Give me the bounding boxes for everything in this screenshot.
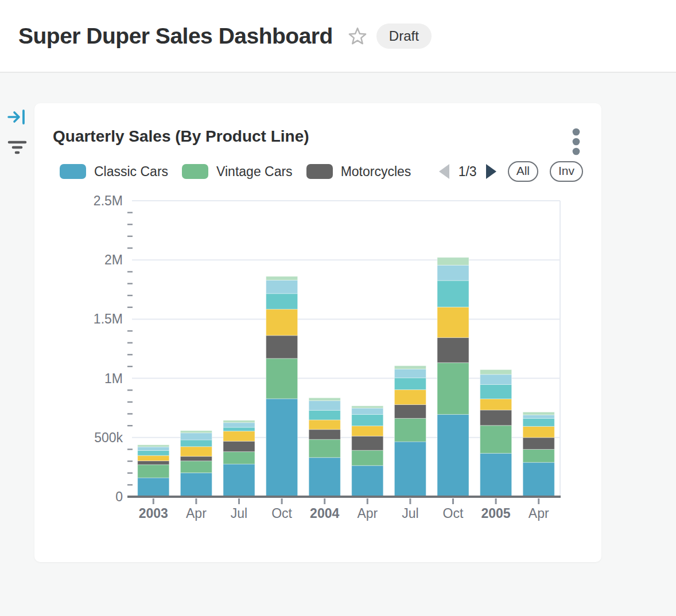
bar-segment-series6[interactable] xyxy=(180,433,212,440)
bar-segment-series5[interactable] xyxy=(266,294,298,309)
bar-segment-series4[interactable] xyxy=(223,431,255,442)
bar-segment-series5[interactable] xyxy=(223,427,255,431)
legend-swatch-vintage-cars xyxy=(182,164,208,179)
legend-prev-page-button[interactable] xyxy=(439,164,449,179)
bar-segment-classic-cars[interactable] xyxy=(480,453,512,497)
bar-segment-series7[interactable] xyxy=(180,431,212,433)
bar-segment-series4[interactable] xyxy=(138,455,169,461)
bar-segment-series6[interactable] xyxy=(394,369,426,378)
bar-segment-classic-cars[interactable] xyxy=(180,473,212,497)
kebab-vertical-icon xyxy=(572,128,581,157)
legend-item-motorcycles[interactable]: Motorcycles xyxy=(306,164,411,180)
bar-segment-series7[interactable] xyxy=(138,445,169,447)
bar-segment-series4[interactable] xyxy=(523,426,554,437)
bar-segment-motorcycles[interactable] xyxy=(480,410,512,426)
legend-item-vintage-cars[interactable]: Vintage Cars xyxy=(182,164,293,180)
bar-segment-series5[interactable] xyxy=(180,440,212,447)
bar-segment-vintage-cars[interactable] xyxy=(309,439,340,458)
bar-segment-series6[interactable] xyxy=(437,265,469,280)
bar-segment-series4[interactable] xyxy=(394,389,426,404)
bar-segment-series7[interactable] xyxy=(523,412,554,415)
x-axis-category-label: 2003 xyxy=(139,506,168,521)
y-axis-tick-label: 2.5M xyxy=(94,193,123,208)
bar-segment-series4[interactable] xyxy=(180,447,212,457)
bar-segment-series6[interactable] xyxy=(138,447,169,450)
bar-segment-motorcycles[interactable] xyxy=(437,338,469,363)
bar-segment-motorcycles[interactable] xyxy=(352,436,383,450)
y-axis-tick-label: 1M xyxy=(104,371,123,386)
bar-segment-vintage-cars[interactable] xyxy=(266,358,298,399)
quarterly-sales-chart: 0500k1M1.5M2M2.5M2003AprJulOct2004AprJul… xyxy=(53,189,583,545)
arrow-to-bar-icon xyxy=(7,109,26,125)
bar-segment-vintage-cars[interactable] xyxy=(437,362,469,414)
bar-segment-motorcycles[interactable] xyxy=(523,438,554,450)
bar-segment-series4[interactable] xyxy=(352,426,383,436)
bar-segment-classic-cars[interactable] xyxy=(309,458,340,497)
bar-segment-classic-cars[interactable] xyxy=(223,464,255,497)
filter-button[interactable] xyxy=(6,139,28,158)
filter-lines-icon xyxy=(6,139,28,156)
bar-segment-classic-cars[interactable] xyxy=(437,415,469,497)
bar-segment-classic-cars[interactable] xyxy=(523,462,554,497)
legend-row: Classic Cars Vintage Cars Motorcycles 1/… xyxy=(60,161,583,182)
bar-segment-series7[interactable] xyxy=(437,258,469,265)
legend-label: Vintage Cars xyxy=(216,164,293,180)
bar-segment-series6[interactable] xyxy=(480,375,512,385)
bar-segment-series7[interactable] xyxy=(480,370,512,375)
bar-segment-classic-cars[interactable] xyxy=(352,466,383,497)
bar-segment-series5[interactable] xyxy=(352,415,383,426)
status-badge: Draft xyxy=(376,24,432,49)
bar-segment-motorcycles[interactable] xyxy=(223,441,255,451)
bar-segment-series5[interactable] xyxy=(480,384,512,399)
bar-segment-classic-cars[interactable] xyxy=(138,478,169,497)
bar-segment-series5[interactable] xyxy=(138,451,169,456)
bar-segment-vintage-cars[interactable] xyxy=(480,426,512,454)
bar-segment-series5[interactable] xyxy=(523,418,554,426)
bar-segment-vintage-cars[interactable] xyxy=(394,418,426,442)
bar-segment-series5[interactable] xyxy=(394,378,426,390)
bar-segment-series7[interactable] xyxy=(266,276,298,280)
legend-item-classic-cars[interactable]: Classic Cars xyxy=(60,164,168,180)
x-axis-category-label: 2004 xyxy=(310,506,339,521)
invert-selection-button[interactable]: Inv xyxy=(550,161,583,182)
page-title: Super Duper Sales Dashboard xyxy=(18,24,333,49)
favorite-star-button[interactable] xyxy=(348,26,367,46)
bar-segment-series4[interactable] xyxy=(437,307,469,337)
bar-segment-motorcycles[interactable] xyxy=(266,336,298,358)
bar-segment-series6[interactable] xyxy=(266,280,298,293)
bar-segment-motorcycles[interactable] xyxy=(309,430,340,439)
y-axis-tick-label: 500k xyxy=(94,430,123,445)
bar-segment-series5[interactable] xyxy=(437,280,469,307)
legend-page-indicator: 1/3 xyxy=(459,164,477,180)
bar-segment-series6[interactable] xyxy=(309,401,340,411)
bar-segment-series7[interactable] xyxy=(309,398,340,401)
bar-segment-series7[interactable] xyxy=(352,406,383,408)
bar-segment-series4[interactable] xyxy=(309,420,340,430)
bar-segment-series7[interactable] xyxy=(394,366,426,369)
expand-panel-button[interactable] xyxy=(7,109,26,127)
legend-controls: 1/3 All Inv xyxy=(439,161,583,182)
card-menu-button[interactable] xyxy=(567,126,585,158)
bar-segment-series6[interactable] xyxy=(352,408,383,415)
bar-segment-motorcycles[interactable] xyxy=(180,457,212,461)
bar-segment-series4[interactable] xyxy=(480,399,512,410)
bar-segment-series4[interactable] xyxy=(266,309,298,336)
bar-segment-vintage-cars[interactable] xyxy=(223,452,255,464)
bar-segment-series6[interactable] xyxy=(523,415,554,418)
app-header: Super Duper Sales Dashboard Draft xyxy=(0,0,676,73)
legend-next-page-button[interactable] xyxy=(486,164,496,179)
bar-segment-vintage-cars[interactable] xyxy=(352,450,383,466)
legend-label: Motorcycles xyxy=(341,164,411,180)
bar-segment-motorcycles[interactable] xyxy=(394,404,426,418)
bar-segment-classic-cars[interactable] xyxy=(266,399,298,497)
x-axis-category-label: Jul xyxy=(231,506,247,521)
bar-segment-motorcycles[interactable] xyxy=(138,461,169,465)
bar-segment-vintage-cars[interactable] xyxy=(523,449,554,462)
bar-segment-vintage-cars[interactable] xyxy=(180,461,212,473)
bar-segment-series6[interactable] xyxy=(223,423,255,427)
bar-segment-classic-cars[interactable] xyxy=(394,442,426,497)
bar-segment-series7[interactable] xyxy=(223,420,255,423)
bar-segment-series5[interactable] xyxy=(309,410,340,420)
bar-segment-vintage-cars[interactable] xyxy=(138,465,169,478)
select-all-button[interactable]: All xyxy=(508,161,538,182)
